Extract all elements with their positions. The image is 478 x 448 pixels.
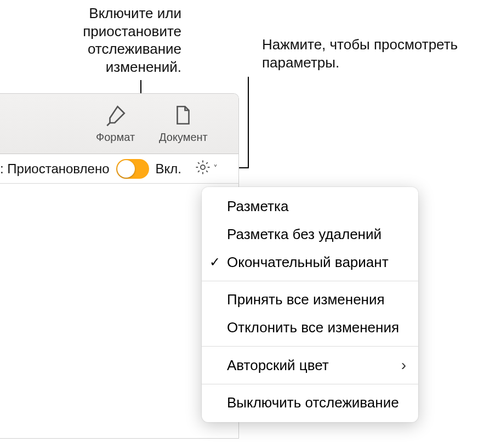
chevron-down-icon: ˅ [213, 163, 218, 174]
callout-gear: Нажмите, чтобы просмотреть параметры. [262, 36, 459, 71]
menu-item-label: Принять все изменения [227, 291, 385, 308]
menu-separator [202, 281, 418, 281]
leader-line [248, 77, 249, 168]
tracking-options-button[interactable]: ˅ [191, 158, 221, 180]
leader-line [238, 167, 248, 168]
menu-item-label: Разметка без удалений [227, 226, 382, 243]
document-icon [172, 104, 195, 129]
gear-icon [195, 159, 211, 179]
menu-separator [202, 384, 418, 384]
toolbar: Формат Документ [0, 94, 238, 154]
tracking-options-menu: Разметка Разметка без удалений ✓ Окончат… [202, 187, 418, 422]
toggle-knob [117, 160, 135, 178]
menu-item-markup-no-deletions[interactable]: Разметка без удалений [202, 220, 418, 248]
menu-separator [202, 346, 418, 347]
tracking-status-on: Вкл. [156, 161, 181, 177]
callout-toggle: Включите или приостановите отслеживание … [44, 4, 181, 76]
chevron-right-icon: › [401, 356, 406, 374]
menu-item-author-color[interactable]: Авторский цвет › [202, 351, 418, 379]
menu-item-label: Авторский цвет [227, 357, 329, 374]
checkmark-icon: ✓ [209, 254, 220, 270]
toolbar-label: Формат [96, 131, 135, 144]
menu-item-final[interactable]: ✓ Окончательный вариант [202, 248, 418, 276]
svg-point-0 [201, 165, 205, 169]
menu-item-reject-all[interactable]: Отклонить все изменения [202, 314, 418, 342]
paintbrush-icon [104, 104, 127, 129]
menu-item-accept-all[interactable]: Принять все изменения [202, 286, 418, 314]
menu-item-label: Окончательный вариант [227, 254, 389, 271]
toolbar-label: Документ [159, 131, 208, 144]
menu-item-markup[interactable]: Разметка [202, 192, 418, 220]
tracking-bar: : Приостановлено Вкл. ˅ [0, 154, 238, 184]
format-button[interactable]: Формат [96, 104, 135, 144]
tracking-toggle[interactable] [116, 159, 149, 179]
menu-item-label: Отклонить все изменения [227, 319, 399, 336]
menu-item-label: Выключить отслеживание [227, 394, 399, 411]
document-button[interactable]: Документ [159, 104, 208, 144]
menu-item-label: Разметка [227, 198, 288, 215]
menu-item-turn-off-tracking[interactable]: Выключить отслеживание [202, 389, 418, 417]
tracking-status-paused: : Приостановлено [0, 161, 110, 177]
